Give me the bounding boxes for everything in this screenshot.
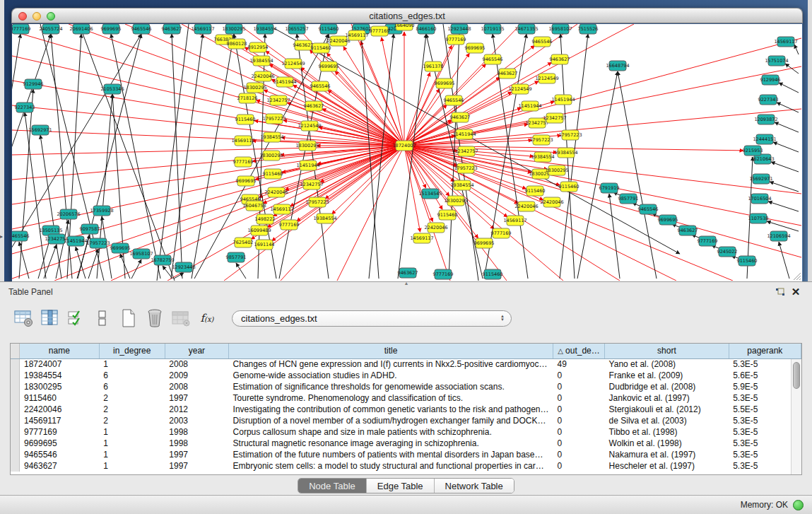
graph-node[interactable]: 14569117 <box>410 233 433 243</box>
graph-node[interactable]: 14569117 <box>231 136 254 146</box>
graph-edge-black[interactable] <box>767 221 799 231</box>
table-selector-dropdown[interactable]: citations_edges.txt ▲▼ <box>232 310 512 327</box>
tab-edge-table[interactable]: Edge Table <box>367 479 435 493</box>
column-selector-button[interactable] <box>39 307 61 329</box>
graph-node[interactable]: 16099489 <box>247 226 271 235</box>
cell-year[interactable]: 2009 <box>165 370 228 381</box>
graph-node[interactable]: 2718126 <box>237 93 258 103</box>
graph-node[interactable]: 9115460 <box>263 169 283 179</box>
cell-out_degree[interactable]: 0 <box>553 415 605 426</box>
tab-network-table[interactable]: Network Table <box>435 479 514 493</box>
graph-node[interactable]: 16958107 <box>548 24 572 34</box>
graph-node[interactable]: 9227343 <box>15 103 35 112</box>
graph-node[interactable]: 15751074 <box>765 56 788 66</box>
graph-edge-black[interactable] <box>111 34 160 279</box>
graph-node[interactable]: 19384554 <box>450 180 473 190</box>
delete-column-button[interactable] <box>143 307 166 329</box>
cell-in_degree[interactable]: 2 <box>99 404 165 415</box>
graph-edge-black[interactable] <box>768 201 799 211</box>
graph-edge-black[interactable] <box>131 259 141 279</box>
graph-node[interactable]: 9699695 <box>319 62 339 71</box>
cell-out_degree[interactable]: 0 <box>553 381 605 392</box>
graph-node[interactable]: 12342757 <box>543 113 566 123</box>
cell-short[interactable]: Stergiakouli et al. (2012) <box>605 404 729 415</box>
table-scrollbar-thumb[interactable] <box>793 362 800 389</box>
float-panel-button[interactable] <box>772 286 788 298</box>
graph-node[interactable]: 19384554 <box>249 56 273 66</box>
cell-year[interactable]: 1997 <box>165 392 228 404</box>
graph-node[interactable]: 9463627 <box>450 112 471 122</box>
cell-short[interactable]: Wolkin et al. (1998) <box>605 438 729 449</box>
graph-node[interactable]: 15692971 <box>749 174 772 184</box>
graph-node[interactable]: 20206576 <box>57 209 80 219</box>
graph-node[interactable]: 9463627 <box>678 226 698 235</box>
graph-node[interactable]: 7515526 <box>578 24 599 34</box>
table-scrollbar[interactable] <box>791 359 801 474</box>
graph-node[interactable]: 9699695 <box>658 215 678 225</box>
graph-node[interactable]: 11451944 <box>64 236 87 246</box>
graph-node[interactable]: 1961378 <box>423 62 444 71</box>
graph-node[interactable]: 19384554 <box>313 214 336 223</box>
graph-node[interactable]: 22420046 <box>424 223 447 233</box>
graph-node[interactable]: 19384554 <box>531 152 554 162</box>
cell-in_degree[interactable]: 1 <box>99 460 165 472</box>
graph-node[interactable]: 14569117 <box>774 37 797 47</box>
graph-node[interactable]: 18300295 <box>243 83 266 93</box>
graph-edge-black[interactable] <box>794 45 799 54</box>
graph-node[interactable]: 1107538 <box>748 214 769 223</box>
cell-out_degree[interactable]: 0 <box>553 426 605 438</box>
close-window-button[interactable] <box>18 12 27 21</box>
graph-node[interactable]: 9699695 <box>110 243 131 253</box>
cell-out_degree[interactable]: 0 <box>553 392 605 404</box>
column-header-out_degree[interactable]: △out_de… <box>553 344 605 358</box>
table-row[interactable]: 1830029562008Estimation of significance … <box>11 381 801 392</box>
table-row[interactable]: 977716911998Corpus callosum shape and si… <box>11 426 801 438</box>
graph-node[interactable]: 9115460 <box>737 256 758 266</box>
cell-short[interactable]: Dudbridge et al. (2008) <box>605 381 729 392</box>
cell-year[interactable]: 2012 <box>165 404 228 415</box>
graph-node[interactable]: 9777169 <box>491 228 512 238</box>
cell-in_degree[interactable]: 1 <box>99 358 165 370</box>
graph-node[interactable]: 24055724 <box>39 24 62 34</box>
graph-node[interactable]: 19384554 <box>253 24 276 34</box>
graph-node[interactable]: 9465546 <box>131 24 152 34</box>
cell-name[interactable]: 19384554 <box>20 370 100 381</box>
graph-node[interactable]: 12923448 <box>172 262 195 272</box>
graph-node[interactable]: 9245022 <box>717 247 738 257</box>
graph-node[interactable]: 22420046 <box>540 197 563 207</box>
table-row[interactable]: 1872400712008Changes of HCN gene express… <box>11 358 801 370</box>
graph-node[interactable]: 19384554 <box>260 132 283 142</box>
graph-node[interactable]: 9857791 <box>618 194 639 204</box>
graph-node[interactable]: 17957223 <box>558 130 582 140</box>
graph-edge-black[interactable] <box>172 34 182 279</box>
graph-node[interactable]: 1664090 <box>394 24 415 30</box>
graph-node[interactable]: 17957223 <box>86 238 110 248</box>
select-all-button[interactable] <box>65 307 88 329</box>
graph-node[interactable]: 6791919 <box>599 183 620 193</box>
graph-edge-red[interactable] <box>290 146 404 206</box>
graph-node[interactable]: 9463627 <box>498 69 518 78</box>
graph-edge-red[interactable] <box>335 71 404 146</box>
graph-edge-black[interactable] <box>163 266 172 279</box>
graph-node[interactable]: 1691144 <box>254 240 275 250</box>
column-header-name[interactable]: name <box>20 344 100 358</box>
graph-node[interactable]: 9777169 <box>446 35 466 45</box>
cell-out_degree[interactable]: 0 <box>553 460 605 472</box>
graph-node[interactable]: 9115460 <box>311 43 331 53</box>
graph-node[interactable]: 9699695 <box>236 176 257 186</box>
column-header-pagerank[interactable]: pagerank <box>729 344 801 358</box>
cell-short[interactable]: Franke et al. (2009) <box>605 370 729 381</box>
cell-year[interactable]: 1997 <box>165 449 228 460</box>
graph-node[interactable]: 14569117 <box>191 24 214 34</box>
graph-node[interactable]: 12124549 <box>508 84 531 94</box>
graph-edge-black[interactable] <box>25 112 46 279</box>
graph-edge-black[interactable] <box>76 247 86 279</box>
graph-node[interactable]: 14569117 <box>503 216 526 226</box>
graph-edge-black[interactable] <box>88 249 98 279</box>
graph-node[interactable]: 9777169 <box>370 26 390 36</box>
graph-node[interactable]: 9465546 <box>532 37 553 47</box>
delete-table-button[interactable] <box>170 307 192 329</box>
cell-title[interactable]: Tourette syndrome. Phenomenology and cla… <box>229 392 553 404</box>
graph-node[interactable]: 12124549 <box>535 74 558 83</box>
graph-node[interactable]: 9115460 <box>483 269 503 279</box>
